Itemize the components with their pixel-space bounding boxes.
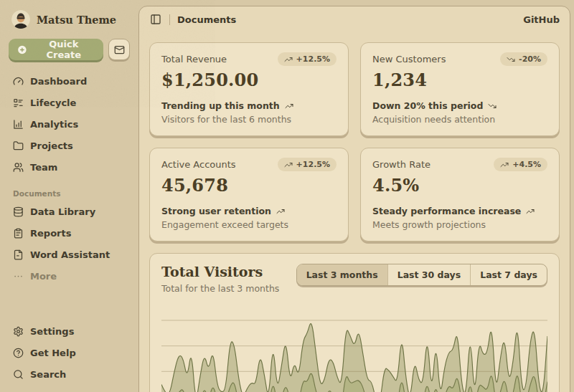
sidebar-footer-nav: Settings Get Help Search — [9, 320, 130, 385]
trending-down-icon — [507, 55, 515, 64]
main-panel: Documents GitHub Total Revenue +12.5% $1… — [138, 6, 570, 392]
card-subtext: Visitors for the last 6 months — [161, 114, 337, 125]
visitors-area-chart — [161, 305, 547, 392]
sidebar-item-settings[interactable]: Settings — [9, 320, 130, 342]
divider — [169, 14, 170, 25]
trend-badge: +12.5% — [278, 158, 337, 171]
help-icon — [13, 348, 24, 358]
card-trend-line: Down 20% this period — [372, 100, 547, 111]
sidebar-item-label: Team — [30, 162, 57, 173]
gear-icon — [13, 326, 24, 337]
app-root: Matsu Theme Quick Create Dashboard Lif — [0, 0, 574, 392]
sidebar-documents-nav: Data Library Reports Word Assistant More — [9, 201, 130, 287]
clipboard-icon — [13, 228, 24, 239]
bar-chart-icon — [13, 119, 24, 130]
list-details-icon — [13, 97, 24, 108]
quick-create-button[interactable]: Quick Create — [9, 39, 103, 60]
sidebar-item-label: Search — [30, 369, 66, 380]
trend-badge: +12.5% — [278, 52, 337, 66]
stat-cards-grid: Total Revenue +12.5% $1,250.00 Trending … — [149, 42, 560, 242]
quick-create-label: Quick Create — [33, 39, 95, 60]
search-icon — [13, 369, 24, 380]
mail-icon — [114, 44, 125, 55]
github-link[interactable]: GitHub — [523, 14, 560, 25]
chart-body — [161, 305, 547, 392]
card-value: $1,250.00 — [161, 70, 337, 90]
card-title: New Customers — [372, 52, 446, 64]
inbox-button[interactable] — [108, 39, 130, 60]
sidebar-item-label: Lifecycle — [30, 97, 76, 108]
trending-down-icon — [488, 102, 497, 110]
trending-up-icon — [526, 207, 535, 216]
sidebar-item-label: Dashboard — [30, 76, 87, 87]
card-total-revenue: Total Revenue +12.5% $1,250.00 Trending … — [149, 42, 349, 136]
users-icon — [13, 162, 24, 173]
folder-icon — [13, 140, 24, 151]
page-title: Documents — [177, 14, 236, 25]
card-trend-line: Strong user retention — [161, 206, 337, 216]
card-title: Active Accounts — [161, 158, 236, 170]
gauge-icon — [13, 76, 24, 87]
avatar — [11, 10, 30, 29]
card-title: Growth Rate — [372, 158, 430, 170]
sidebar-item-analytics[interactable]: Analytics — [9, 113, 130, 135]
ellipsis-icon — [13, 271, 24, 282]
sidebar-item-label: Reports — [30, 228, 71, 239]
trending-up-icon — [500, 161, 509, 169]
file-icon — [13, 249, 24, 260]
card-trend-line: Steady performance increase — [372, 206, 547, 216]
panel-left-icon — [150, 14, 161, 25]
sidebar-item-label: Settings — [30, 326, 74, 337]
sidebar-item-label: Projects — [30, 140, 73, 151]
database-icon — [13, 206, 24, 217]
card-growth-rate: Growth Rate +4.5% 4.5% Steady performanc… — [360, 148, 560, 242]
sidebar: Matsu Theme Quick Create Dashboard Lif — [0, 0, 138, 392]
sidebar-item-label: Word Assistant — [30, 249, 110, 260]
trending-up-icon — [276, 207, 285, 216]
chart-title: Total Visitors — [161, 264, 279, 279]
card-value: 45,678 — [161, 175, 337, 196]
trend-badge: -20% — [500, 52, 547, 66]
card-subtext: Engagement exceed targets — [161, 219, 337, 230]
sidebar-item-data-library[interactable]: Data Library — [9, 201, 130, 222]
sidebar-toggle-button[interactable] — [146, 10, 165, 29]
trending-up-icon — [285, 102, 293, 110]
card-title: Total Revenue — [161, 52, 227, 64]
sidebar-item-label: More — [30, 271, 57, 282]
tab-last-3-months[interactable]: Last 3 months — [297, 264, 388, 285]
sidebar-main-nav: Dashboard Lifecycle Analytics Projects T… — [9, 70, 130, 178]
circle-plus-icon — [17, 44, 27, 55]
content: Total Revenue +12.5% $1,250.00 Trending … — [139, 32, 570, 392]
sidebar-item-lifecycle[interactable]: Lifecycle — [9, 92, 130, 113]
sidebar-item-word-assistant[interactable]: Word Assistant — [9, 244, 130, 265]
card-value: 4.5% — [372, 175, 547, 196]
app-title: Matsu Theme — [37, 14, 116, 26]
tab-last-30-days[interactable]: Last 30 days — [388, 264, 471, 285]
topbar: Documents GitHub — [139, 6, 570, 32]
card-subtext: Meets growth projections — [372, 219, 547, 230]
sidebar-item-more[interactable]: More — [9, 265, 130, 287]
sidebar-item-label: Get Help — [30, 348, 76, 358]
card-new-customers: New Customers -20% 1,234 Down 20% this p… — [360, 42, 560, 136]
sidebar-item-reports[interactable]: Reports — [9, 222, 130, 244]
sidebar-item-team[interactable]: Team — [9, 156, 130, 178]
trending-up-icon — [284, 161, 293, 169]
total-visitors-card: Total Visitors Total for the last 3 mont… — [149, 253, 560, 392]
trend-badge: +4.5% — [494, 158, 547, 171]
sidebar-section-documents: Documents — [13, 189, 130, 198]
sidebar-item-search[interactable]: Search — [9, 363, 130, 385]
sidebar-item-dashboard[interactable]: Dashboard — [9, 70, 130, 92]
sidebar-item-projects[interactable]: Projects — [9, 135, 130, 156]
sidebar-item-label: Analytics — [30, 119, 78, 130]
chart-subtitle: Total for the last 3 months — [161, 283, 279, 294]
card-trend-line: Trending up this month — [161, 100, 337, 111]
card-value: 1,234 — [372, 70, 547, 90]
sidebar-item-label: Data Library — [30, 206, 95, 217]
range-tabs: Last 3 months Last 30 days Last 7 days — [296, 264, 547, 286]
tab-last-7-days[interactable]: Last 7 days — [471, 264, 547, 285]
trending-up-icon — [284, 55, 293, 64]
sidebar-item-get-help[interactable]: Get Help — [9, 342, 130, 363]
brand[interactable]: Matsu Theme — [9, 9, 130, 32]
card-active-accounts: Active Accounts +12.5% 45,678 Strong use… — [149, 148, 349, 242]
card-subtext: Acquisition needs attention — [372, 114, 547, 125]
